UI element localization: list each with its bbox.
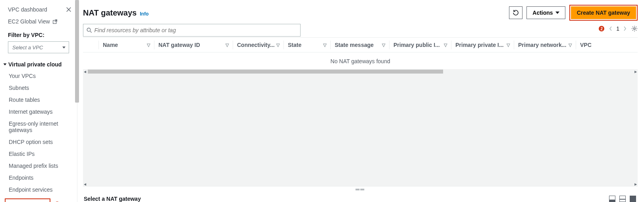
- sort-icon: ▽: [147, 43, 150, 48]
- info-link[interactable]: Info: [140, 11, 148, 17]
- layout-full-icon[interactable]: [630, 196, 636, 202]
- actions-button[interactable]: Actions: [526, 6, 565, 19]
- actions-label: Actions: [532, 10, 553, 16]
- page-title: NAT gateways: [83, 8, 137, 17]
- section-header-vpc[interactable]: Virtual private cloud: [0, 60, 77, 70]
- sidebar: VPC dashboard EC2 Global View Filter by …: [0, 0, 77, 202]
- th-primary-private[interactable]: Primary private I...▽: [451, 41, 514, 49]
- spacer-panel: ◀ ▶: [83, 74, 638, 186]
- th-checkbox[interactable]: [83, 41, 99, 49]
- scroll-right-icon: ▶: [634, 183, 637, 186]
- sidebar-scrollbar[interactable]: [75, 0, 79, 103]
- table-empty-message: No NAT gateways found: [83, 52, 638, 68]
- section-title: Virtual private cloud: [8, 61, 62, 68]
- nav-endpoint-services[interactable]: Endpoint services: [0, 184, 77, 196]
- svg-point-7: [634, 28, 635, 29]
- split-handle[interactable]: ══: [83, 186, 638, 192]
- th-vpc[interactable]: VPC: [576, 41, 638, 49]
- nav-dhcp[interactable]: DHCP option sets: [0, 136, 77, 148]
- scroll-right-icon[interactable]: ▶: [634, 69, 638, 74]
- sort-icon: ▽: [323, 43, 326, 48]
- sort-icon: ▽: [226, 43, 229, 48]
- th-connectivity[interactable]: Connectivity...▽: [233, 41, 284, 49]
- th-primary-public[interactable]: Primary public I...▽: [389, 41, 451, 49]
- nav-subnets[interactable]: Subnets: [0, 82, 77, 94]
- settings-button[interactable]: [631, 25, 638, 32]
- nav-your-vpcs[interactable]: Your VPCs: [0, 70, 77, 82]
- scrollbar-thumb[interactable]: [88, 70, 443, 74]
- chevron-down-icon: [62, 47, 66, 49]
- nav-egress-only[interactable]: Egress-only internet gateways: [0, 118, 77, 136]
- create-button-highlight: Create NAT gateway: [569, 5, 638, 21]
- svg-line-3: [54, 19, 57, 22]
- gear-icon: [631, 25, 638, 32]
- th-gateway-id[interactable]: NAT gateway ID▽: [154, 41, 233, 49]
- nav-route-tables[interactable]: Route tables: [0, 94, 77, 106]
- th-state-message[interactable]: State message▽: [331, 41, 389, 49]
- layout-split-icon[interactable]: [619, 196, 626, 202]
- sort-icon: ▽: [569, 43, 572, 48]
- sort-icon: ▽: [444, 43, 447, 48]
- refresh-button[interactable]: [509, 6, 523, 19]
- th-primary-network[interactable]: Primary network...▽: [514, 41, 576, 49]
- layout-bottom-icon[interactable]: [609, 196, 615, 202]
- th-name[interactable]: Name▽: [99, 41, 154, 49]
- external-link-icon: [52, 19, 58, 24]
- nav-nat-label: NAT gateways: [5, 198, 50, 202]
- sidebar-dashboard-link[interactable]: VPC dashboard: [8, 6, 47, 13]
- sort-icon: ▽: [507, 43, 510, 48]
- nav-endpoints[interactable]: Endpoints: [0, 172, 77, 184]
- scroll-left-icon: ◀: [84, 183, 86, 186]
- callout-badge-2: 2: [599, 26, 604, 31]
- filter-by-vpc-label: Filter by VPC:: [0, 27, 77, 40]
- refresh-icon: [513, 10, 519, 16]
- caret-down-icon: [4, 64, 7, 66]
- ec2-global-view-link[interactable]: EC2 Global View: [0, 15, 77, 27]
- sort-icon: ▽: [276, 43, 280, 48]
- nav-internet-gateways[interactable]: Internet gateways: [0, 106, 77, 118]
- create-nat-gateway-button[interactable]: Create NAT gateway: [571, 6, 636, 19]
- page-next-icon[interactable]: [623, 26, 627, 31]
- sort-icon: ▽: [382, 43, 385, 48]
- ec2-label: EC2 Global View: [8, 18, 50, 25]
- select-vpc-placeholder: Select a VPC: [12, 45, 43, 50]
- select-vpc-dropdown[interactable]: Select a VPC: [8, 41, 69, 53]
- nav-nat-gateways[interactable]: NAT gateways 1: [0, 196, 77, 202]
- nav-prefix-lists[interactable]: Managed prefix lists: [0, 160, 77, 172]
- main-content: NAT gateways Info Actions Create NAT gat…: [77, 0, 644, 202]
- nav-elastic-ips[interactable]: Elastic IPs: [0, 148, 77, 160]
- close-icon[interactable]: [66, 7, 71, 12]
- page-number: 1: [616, 25, 619, 32]
- svg-marker-4: [555, 12, 559, 14]
- detail-panel-title: Select a NAT gateway: [84, 196, 141, 202]
- scroll-left-icon[interactable]: ◀: [83, 69, 87, 74]
- horizontal-scrollbar[interactable]: ◀ ▶: [83, 69, 638, 74]
- table-header: Name▽ NAT gateway ID▽ Connectivity...▽ S…: [83, 37, 638, 52]
- page-prev-icon[interactable]: [609, 26, 612, 31]
- th-state[interactable]: State▽: [284, 41, 331, 49]
- chevron-down-icon: [555, 12, 559, 14]
